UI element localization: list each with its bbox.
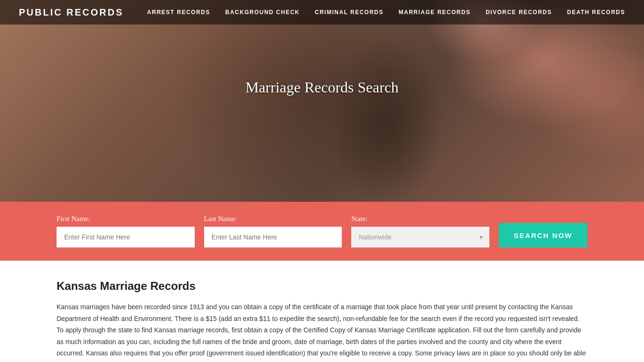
nav-link-divorce-records[interactable]: DIVORCE RECORDS	[486, 9, 552, 16]
search-button[interactable]: SEARCH NOW	[499, 223, 587, 247]
nav-links: ARREST RECORDSBACKGROUND CHECKCRIMINAL R…	[147, 9, 625, 16]
state-field: State: NationwideAlabamaAlaskaArizonaArk…	[351, 215, 489, 247]
first-name-label: First Name:	[57, 215, 195, 223]
first-name-input[interactable]	[57, 227, 195, 247]
hero-overlay	[0, 0, 644, 203]
site-logo[interactable]: PUBLIC RECORDS	[19, 7, 124, 18]
last-name-input[interactable]	[204, 227, 342, 247]
last-name-field: Last Name:	[204, 215, 342, 247]
hero-title: Marriage Records Search	[245, 79, 398, 96]
search-section: First Name: Last Name: State: Nationwide…	[0, 202, 644, 261]
hero-section: Marriage Records Search	[0, 0, 644, 203]
navbar: PUBLIC RECORDS ARREST RECORDSBACKGROUND …	[0, 0, 644, 25]
nav-link-criminal-records[interactable]: CRIMINAL RECORDS	[315, 9, 384, 16]
first-name-field: First Name:	[57, 215, 195, 247]
content-section: Kansas Marriage Records Kansas marriages…	[0, 261, 644, 362]
nav-link-marriage-records[interactable]: MARRIAGE RECORDS	[399, 9, 471, 16]
state-select-wrapper: NationwideAlabamaAlaskaArizonaArkansasCa…	[351, 227, 489, 247]
nav-link-background-check[interactable]: BACKGROUND CHECK	[225, 9, 300, 16]
state-select[interactable]: NationwideAlabamaAlaskaArizonaArkansasCa…	[351, 227, 489, 247]
content-title: Kansas Marriage Records	[57, 280, 587, 293]
state-label: State:	[351, 215, 489, 223]
nav-link-death-records[interactable]: DEATH RECORDS	[567, 9, 625, 16]
nav-link-arrest-records[interactable]: ARREST RECORDS	[147, 9, 210, 16]
last-name-label: Last Name:	[204, 215, 342, 223]
content-body: Kansas marriages have been recorded sinc…	[57, 301, 587, 362]
